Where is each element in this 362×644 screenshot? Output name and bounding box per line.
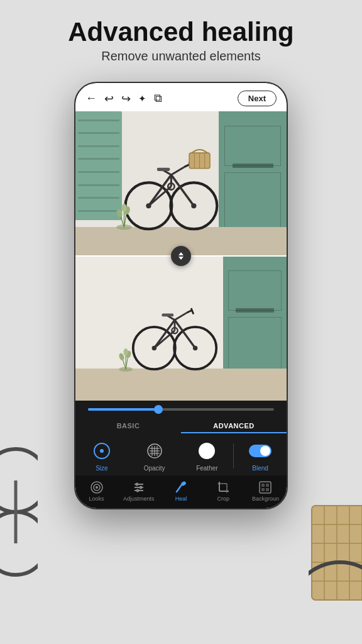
svg-rect-74 (266, 488, 269, 491)
svg-line-36 (168, 316, 175, 320)
blend-label: Blend (252, 465, 268, 472)
side-bike-left (0, 418, 38, 606)
plants-top (109, 204, 139, 230)
heal-icon (174, 480, 188, 494)
main-title: Advanced healing (0, 18, 362, 47)
phone-screen: ← ↩ ↪ ✦ ⧉ Next (75, 83, 287, 508)
back-button[interactable]: ← (85, 92, 97, 105)
background-icon (258, 480, 272, 494)
next-button[interactable]: Next (238, 91, 277, 106)
nav-background[interactable]: Backgroun (244, 480, 287, 502)
crop-icon (216, 480, 230, 494)
svg-line-8 (172, 167, 185, 175)
toolbar-left: ← ↩ ↪ ✦ ⧉ (85, 92, 162, 106)
tab-basic[interactable]: BASIC (75, 419, 181, 433)
svg-marker-47 (178, 257, 184, 260)
svg-point-63 (136, 489, 139, 492)
crop-label: Crop (217, 496, 229, 502)
svg-point-57 (96, 486, 98, 489)
control-opacity[interactable]: Opacity (128, 440, 181, 472)
side-basket-right (309, 474, 362, 613)
svg-point-61 (139, 486, 142, 489)
title-area: Advanced healing Remove unwanted element… (0, 18, 362, 64)
scene-bottom (75, 256, 287, 401)
svg-point-59 (135, 483, 138, 486)
opacity-icon (146, 443, 163, 459)
size-icon (94, 443, 110, 459)
svg-rect-70 (260, 482, 271, 493)
feather-icon (199, 443, 215, 459)
size-icon-wrap (90, 440, 113, 462)
phone-mockup: ← ↩ ↪ ✦ ⧉ Next (74, 82, 288, 509)
controls-row: Size Opacity (75, 435, 287, 475)
redo-button[interactable]: ↪ (121, 92, 131, 106)
compare-button[interactable]: ⧉ (154, 92, 162, 105)
adjustments-label: Adjustments (123, 496, 155, 502)
undo-button[interactable]: ↩ (104, 92, 114, 106)
image-comparison-area (75, 111, 287, 401)
svg-rect-71 (261, 484, 265, 487)
svg-rect-69 (219, 484, 227, 491)
slider-thumb[interactable] (154, 405, 163, 414)
size-dot (100, 449, 104, 453)
svg-rect-73 (261, 488, 265, 491)
nav-heal[interactable]: Heal (160, 480, 202, 502)
bottom-nav: Looks Adjustments (75, 475, 287, 508)
magic-button[interactable]: ✦ (138, 93, 146, 104)
svg-rect-72 (266, 484, 269, 487)
svg-line-35 (191, 308, 194, 314)
slider-fill (88, 408, 158, 411)
svg-rect-37 (162, 314, 173, 317)
sub-title: Remove unwanted elements (0, 49, 362, 64)
svg-point-24 (121, 204, 126, 212)
split-handle[interactable] (171, 246, 191, 266)
control-feather[interactable]: Feather (181, 440, 234, 472)
adjustments-icon (132, 480, 146, 494)
feather-label: Feather (196, 465, 217, 472)
slider-area (75, 401, 287, 416)
blend-icon-wrap (249, 440, 272, 462)
svg-point-76 (0, 449, 38, 512)
svg-point-45 (124, 348, 128, 356)
size-label: Size (96, 465, 107, 472)
image-top (75, 111, 287, 256)
image-bottom (75, 256, 287, 401)
svg-line-5 (172, 175, 194, 206)
control-blend[interactable]: Blend (234, 440, 287, 472)
opacity-label: Opacity (144, 465, 165, 472)
tab-advanced[interactable]: ADVANCED (181, 419, 287, 433)
plants-bottom (113, 348, 138, 372)
nav-adjustments[interactable]: Adjustments (118, 480, 160, 502)
toggle-knob (260, 446, 270, 456)
tabs-row: BASIC ADVANCED (75, 416, 287, 435)
toolbar: ← ↩ ↪ ✦ ⧉ Next (75, 83, 287, 111)
feather-icon-wrap (195, 440, 218, 462)
blend-toggle[interactable] (249, 445, 272, 457)
background-label: Backgroun (252, 496, 279, 502)
looks-label: Looks (89, 496, 104, 502)
svg-rect-12 (157, 168, 170, 171)
scene-top (75, 111, 287, 256)
nav-crop[interactable]: Crop (202, 480, 244, 502)
svg-point-75 (0, 512, 38, 575)
nav-looks[interactable]: Looks (75, 480, 118, 502)
opacity-icon-wrap (143, 440, 166, 462)
control-size[interactable]: Size (75, 440, 128, 472)
slider-track[interactable] (88, 408, 274, 411)
heal-label: Heal (175, 496, 187, 502)
svg-line-30 (175, 320, 195, 348)
looks-icon (90, 480, 104, 494)
svg-line-33 (175, 313, 187, 320)
svg-line-11 (164, 170, 172, 175)
svg-marker-46 (178, 252, 184, 255)
